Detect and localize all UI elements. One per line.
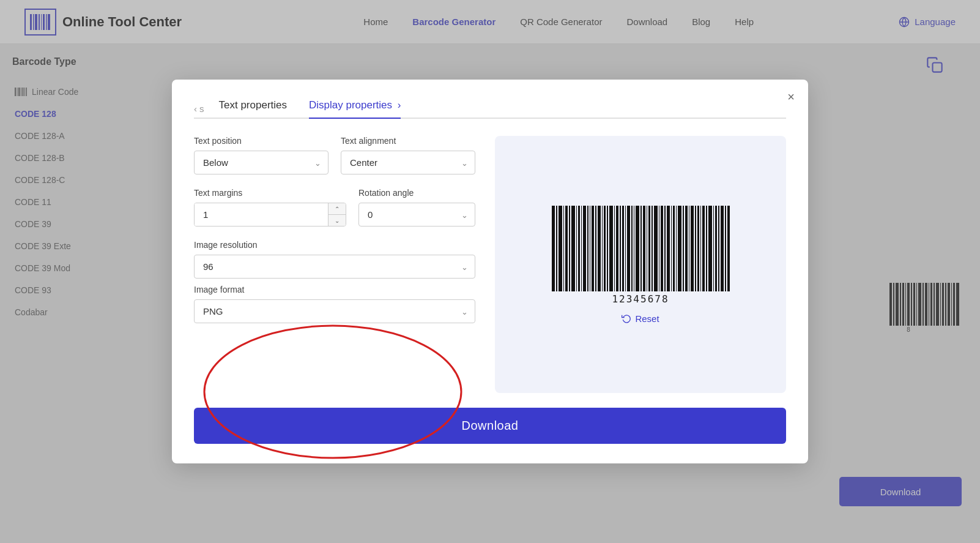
svg-rect-63	[614, 206, 615, 291]
svg-rect-43	[552, 206, 555, 291]
svg-rect-97	[715, 206, 717, 291]
svg-rect-60	[604, 206, 606, 291]
svg-rect-94	[706, 206, 707, 291]
modal-close-button[interactable]: ×	[787, 91, 795, 103]
modal-form: Text position Below Above None ⌄ Text al…	[194, 136, 475, 393]
image-format-select-wrapper: PNG JPG SVG PDF ⌄	[194, 299, 475, 323]
svg-rect-78	[659, 206, 659, 291]
text-position-select-wrapper: Below Above None ⌄	[194, 151, 329, 174]
svg-rect-45	[559, 206, 562, 291]
svg-rect-70	[634, 206, 634, 291]
svg-rect-55	[590, 206, 590, 291]
svg-rect-76	[651, 206, 653, 291]
image-resolution-label: Image resolution	[194, 240, 475, 250]
text-margins-input[interactable]: 1	[195, 203, 328, 226]
svg-rect-48	[569, 206, 570, 291]
download-button[interactable]: Download	[194, 408, 786, 444]
reset-button[interactable]: Reset	[622, 313, 659, 324]
text-position-label: Text position	[194, 136, 329, 146]
svg-rect-51	[578, 206, 580, 291]
svg-rect-85	[678, 206, 681, 291]
svg-text:12345678: 12345678	[612, 293, 669, 304]
text-alignment-label: Text alignment	[341, 136, 475, 146]
rotation-angle-group: Rotation angle 0 90 180 270 ⌄	[358, 188, 475, 227]
svg-rect-82	[671, 206, 672, 291]
form-row-3: Image resolution 72 96 150 300 ⌄	[194, 240, 475, 279]
svg-rect-92	[700, 206, 701, 291]
svg-rect-71	[636, 206, 639, 291]
svg-rect-95	[708, 206, 712, 291]
svg-rect-69	[631, 206, 633, 291]
image-resolution-group: Image resolution 72 96 150 300 ⌄	[194, 240, 475, 279]
text-margins-down-button[interactable]: ⌄	[329, 215, 346, 226]
svg-rect-57	[595, 206, 596, 291]
svg-rect-77	[654, 206, 658, 291]
svg-rect-87	[685, 206, 688, 291]
svg-rect-61	[607, 206, 608, 291]
svg-rect-93	[702, 206, 705, 291]
svg-rect-53	[583, 206, 586, 291]
modal-dialog: × ‹ s Text properties Display properties…	[172, 80, 808, 463]
svg-rect-83	[673, 206, 675, 291]
image-format-select[interactable]: PNG JPG SVG PDF	[194, 299, 475, 323]
svg-rect-52	[581, 206, 582, 291]
svg-rect-46	[563, 206, 564, 291]
image-format-group: Image format PNG JPG SVG PDF ⌄	[194, 285, 475, 323]
svg-rect-62	[609, 206, 613, 291]
text-alignment-select[interactable]: Center Left Right	[341, 151, 475, 174]
svg-rect-64	[616, 206, 618, 291]
svg-rect-44	[556, 206, 557, 291]
svg-rect-65	[620, 206, 621, 291]
svg-rect-86	[683, 206, 684, 291]
svg-rect-96	[713, 206, 714, 291]
text-position-group: Text position Below Above None ⌄	[194, 136, 329, 174]
image-format-label: Image format	[194, 285, 475, 294]
svg-rect-73	[643, 206, 645, 291]
text-margins-label: Text margins	[194, 188, 346, 198]
modal-tabs: ‹ s Text properties Display properties ›	[194, 99, 786, 119]
svg-rect-68	[627, 206, 630, 291]
reset-label: Reset	[635, 313, 659, 324]
svg-rect-66	[622, 206, 624, 291]
svg-rect-47	[565, 206, 568, 291]
form-row-4: Image format PNG JPG SVG PDF ⌄	[194, 285, 475, 323]
tab-display-properties[interactable]: Display properties ›	[309, 99, 401, 119]
svg-rect-89	[691, 206, 694, 291]
svg-rect-84	[676, 206, 677, 291]
svg-rect-56	[592, 206, 594, 291]
svg-rect-80	[664, 206, 666, 291]
svg-rect-91	[697, 206, 699, 291]
rotation-angle-select-wrapper: 0 90 180 270 ⌄	[358, 203, 475, 227]
text-alignment-group: Text alignment Center Left Right ⌄	[341, 136, 475, 174]
svg-rect-99	[721, 206, 724, 291]
svg-rect-101	[727, 206, 730, 291]
text-alignment-select-wrapper: Center Left Right ⌄	[341, 151, 475, 174]
barcode-image: 12345678	[549, 206, 732, 304]
modal-body: Text position Below Above None ⌄ Text al…	[194, 136, 786, 393]
svg-rect-81	[667, 206, 670, 291]
svg-rect-75	[648, 206, 650, 291]
text-margins-spinner-btns: ⌃ ⌄	[328, 203, 346, 226]
text-margins-group: Text margins 1 ⌃ ⌄	[194, 188, 346, 227]
tab-text-properties[interactable]: Text properties	[219, 99, 288, 119]
svg-rect-74	[647, 206, 647, 291]
rotation-angle-label: Rotation angle	[358, 188, 475, 198]
rotation-angle-select[interactable]: 0 90 180 270	[358, 203, 475, 227]
text-position-select[interactable]: Below Above None	[194, 151, 329, 174]
svg-rect-90	[695, 206, 696, 291]
reset-icon	[622, 313, 631, 323]
image-resolution-select[interactable]: 72 96 150 300	[194, 255, 475, 279]
svg-rect-88	[689, 206, 689, 291]
svg-rect-58	[598, 206, 601, 291]
svg-rect-79	[661, 206, 663, 291]
text-margins-up-button[interactable]: ⌃	[329, 203, 346, 215]
svg-rect-49	[571, 206, 575, 291]
image-resolution-select-wrapper: 72 96 150 300 ⌄	[194, 255, 475, 279]
svg-rect-59	[602, 206, 603, 291]
barcode-display: 12345678	[510, 206, 771, 304]
svg-rect-50	[576, 206, 577, 291]
modal-overlay: × ‹ s Text properties Display properties…	[0, 0, 980, 543]
form-row-1: Text position Below Above None ⌄ Text al…	[194, 136, 475, 174]
svg-rect-72	[640, 206, 642, 291]
tab-prev[interactable]: ‹ s	[194, 103, 204, 114]
